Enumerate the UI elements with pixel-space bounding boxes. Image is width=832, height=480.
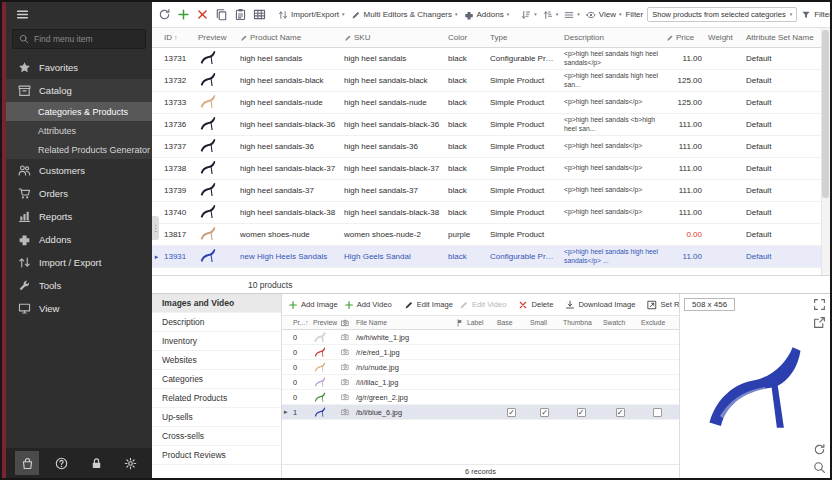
column-header-type[interactable]: Type — [487, 28, 561, 47]
download-image-button[interactable]: Download Image — [563, 298, 637, 312]
sidebar-search[interactable] — [12, 29, 146, 49]
column-header-preview[interactable]: Preview — [195, 28, 237, 47]
tab-description[interactable]: Description — [152, 313, 281, 332]
row-expander-icon[interactable]: ▸ — [152, 253, 161, 261]
media-row[interactable]: 0/w/h/white_1.jpg — [282, 330, 679, 345]
product-row[interactable]: 13733high heel sandals-nudehigh heel san… — [152, 92, 830, 114]
paste-button[interactable] — [232, 6, 249, 23]
tab-inventory[interactable]: Inventory — [152, 332, 281, 351]
tab-product-reviews[interactable]: Product Reviews — [152, 446, 281, 465]
sidebar-item-addons[interactable]: Addons — [6, 228, 152, 251]
product-row[interactable]: 13737high heel sandals-36high heel sanda… — [152, 136, 830, 158]
media-column-header-exclude[interactable]: Exclude — [639, 319, 676, 326]
magnifier-icon[interactable] — [813, 461, 826, 474]
product-row[interactable]: 13738high heel sandals-black-37high heel… — [152, 158, 830, 180]
sidebar-item-attributes[interactable]: Attributes — [6, 121, 152, 140]
sidebar-item-customers[interactable]: Customers — [6, 159, 152, 182]
column-header-product-name[interactable]: Product Name — [237, 28, 341, 47]
media-row[interactable]: ▸1/b/l/blue_6.jpg✓✓✓✓ — [282, 405, 679, 420]
settings-button[interactable] — [119, 451, 143, 475]
sidebar-item-catalog[interactable]: Catalog — [6, 79, 152, 102]
sidebar-item-view[interactable]: View — [6, 297, 152, 320]
sidebar-item-related-products-generator[interactable]: Related Products Generator — [6, 140, 152, 159]
column-header-description[interactable]: Description — [561, 28, 663, 47]
edit-image-button[interactable]: Edit Image — [402, 298, 455, 312]
media-column-header-swatch[interactable]: Swatch — [601, 319, 639, 326]
media-row[interactable]: 0/r/e/red_1.jpg — [282, 345, 679, 360]
sidebar-item-orders[interactable]: Orders — [6, 182, 152, 205]
small-checkbox[interactable]: ✓ — [540, 408, 549, 417]
swatch-checkbox[interactable]: ✓ — [616, 408, 625, 417]
tab-websites[interactable]: Websites — [152, 351, 281, 370]
add-video-button[interactable]: Add Video — [342, 298, 394, 312]
store-button[interactable] — [15, 451, 39, 475]
add-image-button[interactable]: Add Image — [286, 298, 340, 312]
delete-button[interactable]: Delete — [516, 298, 555, 312]
thumbnail-checkbox[interactable]: ✓ — [577, 408, 586, 417]
view-dropdown[interactable]: View▾ — [584, 8, 624, 22]
column-header-color[interactable]: Color — [445, 28, 487, 47]
media-row[interactable]: 0/g/r/green_2.jpg — [282, 390, 679, 405]
columns-button[interactable] — [251, 6, 268, 23]
filters-dropdown[interactable]: Filters▾ — [799, 8, 832, 22]
row-expander-icon[interactable]: ▸ — [282, 408, 291, 416]
scrollbar-thumb[interactable] — [822, 30, 829, 198]
product-row[interactable]: 13732high heel sandals-blackhigh heel sa… — [152, 70, 830, 92]
column-header-sku[interactable]: SKU — [341, 28, 445, 47]
media-column-header-base[interactable]: Base — [495, 319, 528, 326]
tab-related-products[interactable]: Related Products — [152, 389, 281, 408]
sidebar-item-tools[interactable]: Tools — [6, 274, 152, 297]
sidebar-item-reports[interactable]: Reports — [6, 205, 152, 228]
sidebar-item-favorites[interactable]: Favorites — [6, 56, 152, 79]
product-row[interactable]: ▸13931new High Heels SandalsHigh Geels S… — [152, 246, 830, 268]
tab-images-and-video[interactable]: Images and Video — [152, 294, 281, 313]
addons-dropdown[interactable]: Addons▾ — [462, 8, 512, 22]
media-column-header-pr[interactable]: Pr...↑ — [291, 319, 311, 326]
tab-categories[interactable]: Categories — [152, 370, 281, 389]
column-header-id[interactable]: ID↑ — [161, 28, 195, 47]
menu-toggle-button[interactable] — [6, 2, 152, 26]
media-row[interactable]: 0/l/i/lilac_1.jpg — [282, 375, 679, 390]
category-filter-select[interactable]: Show products from selected categories▾ — [647, 7, 797, 22]
tab-cross-sells[interactable]: Cross-sells — [152, 427, 281, 446]
help-button[interactable] — [50, 451, 74, 475]
exclude-checkbox[interactable] — [653, 408, 662, 417]
product-row[interactable]: 13740high heel sandals-black-38high heel… — [152, 202, 830, 224]
media-row[interactable]: 0/n/u/nude.jpg — [282, 360, 679, 375]
refresh-button[interactable] — [156, 6, 173, 23]
sort-ascending-button[interactable]: ▾ — [519, 8, 539, 22]
media-column-header-preview[interactable]: Preview — [311, 319, 339, 326]
media-column-header-file-name[interactable]: File Name — [354, 319, 454, 326]
sidebar-item-categories-products[interactable]: Categories & Products — [6, 102, 152, 121]
row-layout-button[interactable]: ▾ — [562, 8, 582, 22]
column-header-attribute-set-name[interactable]: Attribute Set Name — [743, 28, 821, 47]
sort-descending-button[interactable]: ▾ — [541, 8, 561, 22]
menu-search-input[interactable] — [34, 34, 139, 44]
media-column-header-small[interactable]: Small — [528, 319, 561, 326]
external-link-icon[interactable] — [813, 316, 826, 329]
set-resize-rule-button[interactable]: Set Resize Rule — [645, 298, 679, 312]
products-scrollbar[interactable] — [821, 28, 830, 275]
lock-button[interactable] — [84, 451, 108, 475]
media-column-header-flag[interactable] — [454, 319, 465, 327]
base-checkbox[interactable]: ✓ — [507, 408, 516, 417]
product-row[interactable]: 13736high heel sandals-black-36high heel… — [152, 114, 830, 136]
sidebar-item-import-export[interactable]: Import / Export — [6, 251, 152, 274]
media-column-header-label[interactable]: Label — [465, 319, 495, 326]
product-row[interactable]: 13731high heel sandalshigh heel sandalsb… — [152, 48, 830, 70]
product-row[interactable]: 13817women shoes-nudewomen shoes-nude-2p… — [152, 224, 830, 246]
multi-editors-changers-dropdown[interactable]: Multi Editors & Changers▾ — [349, 8, 460, 22]
tab-up-sells[interactable]: Up-sells — [152, 408, 281, 427]
add-product-button[interactable] — [175, 6, 192, 23]
product-row[interactable]: 13739high heel sandals-37high heel sanda… — [152, 180, 830, 202]
rotate-icon[interactable] — [813, 443, 826, 456]
panel-splitter-handle[interactable]: ⋮ — [152, 216, 159, 240]
import-export-dropdown[interactable]: Import/Export▾ — [276, 8, 347, 22]
delete-product-button[interactable] — [194, 6, 211, 23]
fullscreen-icon[interactable] — [813, 298, 826, 311]
column-header-weight[interactable]: Weight — [705, 28, 743, 47]
copy-button[interactable] — [213, 6, 230, 23]
media-column-header-camera[interactable] — [339, 319, 354, 327]
column-header-price[interactable]: Price — [663, 28, 705, 47]
media-column-header-thumbna[interactable]: Thumbna — [561, 319, 601, 326]
